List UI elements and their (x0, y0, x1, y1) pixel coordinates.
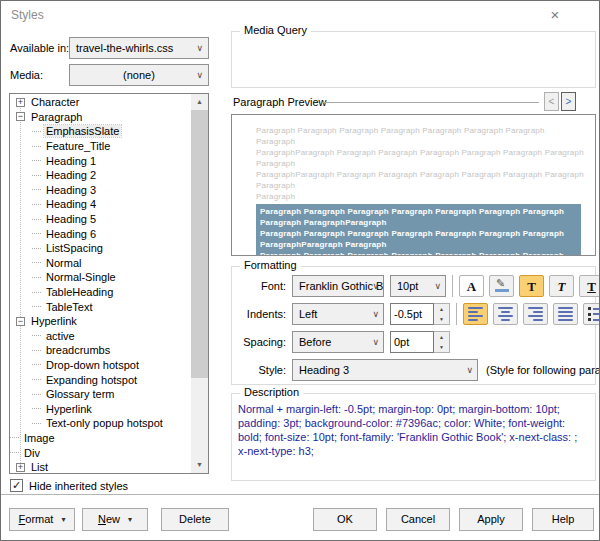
scrollbar-thumb[interactable] (191, 110, 208, 378)
tree-item-heading-4[interactable]: Heading 4 (10, 197, 191, 212)
chevron-down-icon: ∨ (372, 304, 379, 324)
tree-item-tabletext[interactable]: TableText (10, 299, 191, 314)
tree-item-list[interactable]: +List (10, 460, 191, 474)
preview-next-button[interactable]: > (561, 92, 576, 111)
tree-collapse-icon[interactable]: − (16, 112, 25, 121)
tree-item-heading-2[interactable]: Heading 2 (10, 168, 191, 183)
apply-button[interactable]: Apply (459, 508, 523, 531)
tree-item-listspacing[interactable]: ListSpacing (10, 241, 191, 256)
tree-connector (32, 189, 41, 190)
scroll-down-icon[interactable]: ▼ (191, 457, 208, 473)
font-color-icon: A (467, 280, 476, 293)
tree-item-label: Glossary term (44, 388, 116, 400)
new-button[interactable]: New ▾ (82, 508, 148, 531)
spacing-value: Before (299, 336, 331, 348)
align-right-button[interactable] (523, 303, 548, 325)
media-combobox[interactable]: (none) ∨ (69, 64, 209, 86)
spacing-amount-input[interactable] (390, 331, 434, 353)
align-center-button[interactable] (493, 303, 518, 325)
highlight-button[interactable]: ✎ (489, 275, 514, 297)
indents-amount-spinner[interactable]: ▲ ▼ (390, 303, 450, 325)
tree-connector (32, 248, 41, 249)
tree-item-label: Heading 5 (44, 213, 98, 225)
tree-item-label: breadcrumbs (44, 344, 112, 356)
tree-item-expanding-hotspot[interactable]: Expanding hotspot (10, 372, 191, 387)
highlighter-color-bar (495, 289, 509, 292)
spacing-amount-spinner[interactable]: ▲ ▼ (390, 331, 450, 353)
tree-expand-icon[interactable]: + (16, 463, 25, 472)
bold-button[interactable]: T (519, 275, 544, 297)
tree-item-label: ListSpacing (44, 242, 105, 254)
tree-connector (32, 277, 41, 278)
tree-item-normal[interactable]: Normal (10, 256, 191, 271)
tree-item-feature-title[interactable]: Feature_Title (10, 139, 191, 154)
tree-item-label: Hyperlink (29, 315, 79, 327)
tree-item-hyperlink[interactable]: Hyperlink (10, 401, 191, 416)
preview-previous-button[interactable]: < (544, 92, 559, 111)
tree-scrollbar[interactable]: ▲ ▼ (191, 94, 208, 473)
scroll-up-icon[interactable]: ▲ (191, 94, 208, 110)
font-color-button[interactable]: A (459, 275, 484, 297)
tree-connector (32, 379, 41, 380)
close-icon[interactable]: × (545, 6, 565, 24)
chevron-down-icon: ∨ (196, 65, 203, 85)
tree-item-heading-5[interactable]: Heading 5 (10, 212, 191, 227)
formatting-groupbox: Formatting Font: Franklin Gothic B ∨ 10p… (231, 266, 596, 385)
delete-button[interactable]: Delete (161, 508, 229, 531)
spin-up-icon[interactable]: ▲ (434, 332, 449, 342)
tree-item-image[interactable]: Image (10, 431, 191, 446)
tree-item-active[interactable]: active (10, 329, 191, 344)
help-button[interactable]: Help (532, 508, 594, 531)
tree-connector (32, 292, 41, 293)
menu-arrow-icon: ▾ (128, 509, 132, 530)
available-in-value: travel-the-whirls.css (76, 42, 173, 54)
tree-item-emphasisslate[interactable]: EmphasisSlate (10, 124, 191, 139)
bullet-list-button[interactable] (583, 303, 600, 325)
tree-item-tableheading[interactable]: TableHeading (10, 285, 191, 300)
font-value: Franklin Gothic B (299, 280, 383, 292)
tree-connector (32, 160, 41, 161)
style-value: Heading 3 (299, 364, 349, 376)
spin-down-icon[interactable]: ▼ (434, 342, 449, 352)
available-in-combobox[interactable]: travel-the-whirls.css ∨ (69, 37, 209, 59)
font-combobox[interactable]: Franklin Gothic B ∨ (292, 275, 384, 297)
tree-item-character[interactable]: +Character (10, 95, 191, 110)
tree-item-normal-single[interactable]: Normal-Single (10, 270, 191, 285)
tree-item-paragraph[interactable]: −Paragraph (10, 110, 191, 125)
tree-item-text-only-popup-hotspot[interactable]: Text-only popup hotspot (10, 416, 191, 431)
tree-item-div[interactable]: Div (10, 445, 191, 460)
tree-item-label: Feature_Title (44, 140, 112, 152)
font-size-combobox[interactable]: 10pt ∨ (390, 275, 446, 297)
hide-inherited-styles-row[interactable]: ✓ Hide inherited styles (10, 479, 128, 492)
checkbox-check-icon[interactable]: ✓ (10, 479, 23, 492)
tree-expand-icon[interactable]: + (16, 98, 25, 107)
tree-item-breadcrumbs[interactable]: breadcrumbs (10, 343, 191, 358)
ok-button[interactable]: OK (313, 508, 377, 531)
tree-item-glossary-term[interactable]: Glossary term (10, 387, 191, 402)
style-combobox[interactable]: Heading 3 ∨ (292, 359, 478, 381)
footer-separator (1, 494, 600, 495)
spin-down-icon[interactable]: ▼ (434, 314, 449, 324)
tree-item-hyperlink[interactable]: −Hyperlink (10, 314, 191, 329)
indents-amount-input[interactable] (390, 303, 434, 325)
indents-combobox[interactable]: Left ∨ (292, 303, 384, 325)
spacing-combobox[interactable]: Before ∨ (292, 331, 384, 353)
tree-item-label: Drop-down hotspot (44, 359, 141, 371)
tree-item-heading-1[interactable]: Heading 1 (10, 153, 191, 168)
tree-item-heading-6[interactable]: Heading 6 (10, 226, 191, 241)
cancel-button[interactable]: Cancel (386, 508, 450, 531)
media-label: Media: (10, 69, 43, 81)
italic-icon: T (558, 280, 566, 293)
style-note: (Style for following paragraph) (486, 364, 600, 376)
spin-up-icon[interactable]: ▲ (434, 304, 449, 314)
justify-button[interactable] (553, 303, 578, 325)
tree-collapse-icon[interactable]: − (16, 317, 25, 326)
italic-button[interactable]: T (549, 275, 574, 297)
underline-button[interactable]: T (579, 275, 600, 297)
paragraph-preview-label: Paragraph Preview (233, 96, 327, 108)
tree-item-heading-3[interactable]: Heading 3 (10, 183, 191, 198)
align-left-button[interactable] (463, 303, 488, 325)
tree-item-drop-down-hotspot[interactable]: Drop-down hotspot (10, 358, 191, 373)
tree-item-label: Normal (44, 257, 83, 269)
format-button[interactable]: Format ▾ (9, 508, 75, 531)
